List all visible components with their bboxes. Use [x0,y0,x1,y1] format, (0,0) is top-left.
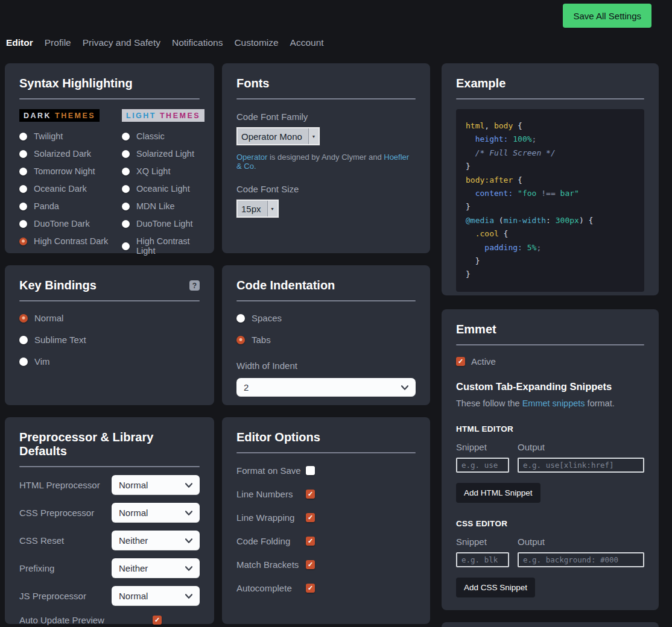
css-preprocessor-select[interactable]: Normal [112,503,200,523]
option-label: Tomorrow Night [34,166,95,176]
key-binding-radio-sublime-text[interactable] [19,336,28,344]
dark-theme-radio-tomorrow-night[interactable] [19,168,27,175]
key-binding-option-sublime-text[interactable]: Sublime Text [19,335,200,345]
html-editor-snippet-input[interactable] [456,458,509,473]
prefixing-select[interactable]: Neither [112,558,200,578]
html-preprocessor-select[interactable]: Normal [112,475,200,495]
light-theme-radio-solarized-light[interactable] [122,150,130,158]
tab-customize[interactable]: Customize [234,37,278,48]
light-theme-option-classic[interactable]: Classic [122,131,204,141]
key-binding-radio-normal[interactable] [19,314,28,323]
add-html-snippet-button[interactable]: Add HTML Snippet [456,483,540,503]
output-label: Output [518,537,545,547]
column-3: Example html, body { height: 100%; /* Fu… [442,63,659,627]
dark-theme-radio-twilight[interactable] [19,133,27,140]
dark-theme-option-twilight[interactable]: Twilight [19,131,118,141]
option-label: Twilight [34,131,63,141]
tab-account[interactable]: Account [290,37,324,48]
dark-theme-option-panda[interactable]: Panda [19,201,118,211]
dark-theme-radio-high-contrast-dark[interactable] [19,238,27,245]
js-preprocessor-select[interactable]: Normal [112,586,200,606]
option-label: Tabs [252,335,271,345]
dark-theme-radio-panda[interactable] [19,203,27,210]
light-theme-option-mdn-like[interactable]: MDN Like [122,201,204,211]
snippet-inputs-row [456,458,644,473]
indentation-radio-tabs[interactable] [236,336,245,344]
dark-theme-radio-oceanic-dark[interactable] [19,185,27,193]
light-theme-radio-xq-light[interactable] [122,168,130,175]
dark-theme-option-duotone-dark[interactable]: DuoTone Dark [19,219,118,228]
css-reset-select[interactable]: Neither [112,531,200,550]
code-line: body:after { [466,174,635,187]
autocomplete-checkbox[interactable] [306,584,315,593]
prefixing-label: Prefixing [19,563,54,573]
divider [236,452,416,453]
match-brackets-checkbox[interactable] [306,560,315,569]
editor-options-panel: Editor Options Format on SaveLine Number… [222,417,430,624]
auto-update-preview-row: Auto Update Preview [19,615,200,625]
operator-link[interactable]: Operator [236,153,267,162]
light-theme-option-solarized-light[interactable]: Solarized Light [122,149,204,159]
light-theme-radio-duotone-light[interactable] [122,220,130,228]
dropdown-arrow-icon [267,201,277,216]
emmet-active-checkbox[interactable] [456,357,465,366]
code-font-size-select[interactable]: 15px [236,200,279,218]
auto-update-preview-checkbox[interactable] [153,616,162,625]
dark-theme-option-solarized-dark[interactable]: Solarized Dark [19,149,118,159]
format-on-save-checkbox[interactable] [306,466,315,475]
editor-options-list: Format on SaveLine NumbersLine WrappingC… [236,465,416,593]
divider [456,344,644,345]
code-font-family-select[interactable]: Operator Mono [236,127,320,145]
tab-profile[interactable]: Profile [45,37,71,48]
divider [236,300,416,301]
line-numbers-checkbox[interactable] [306,490,315,499]
tab-notifications[interactable]: Notifications [172,37,223,48]
light-theme-radio-classic[interactable] [122,133,130,140]
dark-theme-radio-duotone-dark[interactable] [19,220,27,228]
width-of-indent-value: 2 [244,382,249,392]
indentation-option-tabs[interactable]: Tabs [236,335,416,345]
option-label: Sublime Text [34,335,86,345]
emmet-snippets-link[interactable]: Emmet snippets [522,399,585,408]
output-label: Output [518,442,545,452]
code-example: html, body { height: 100%; /* Full Scree… [456,109,644,292]
css-editor-snippet-input[interactable] [456,552,509,567]
code-folding-checkbox[interactable] [306,537,315,546]
dark-theme-option-high-contrast-dark[interactable]: High Contrast Dark [19,236,118,246]
save-all-settings-button[interactable]: Save All Settings [563,4,651,28]
css-preprocessor-label: CSS Preprocessor [19,508,94,518]
tab-editor[interactable]: Editor [6,37,33,48]
indentation-radio-spaces[interactable] [236,314,245,323]
divider [19,300,200,301]
key-binding-option-normal[interactable]: Normal [19,313,200,323]
dark-theme-option-tomorrow-night[interactable]: Tomorrow Night [19,166,118,176]
option-label: High Contrast Light [136,236,204,256]
editor-option-code-folding: Code Folding [236,536,416,546]
code-line: content: "foo !== bar" [466,187,635,200]
help-icon[interactable]: ? [189,280,200,291]
dark-theme-option-oceanic-dark[interactable]: Oceanic Dark [19,184,118,194]
add-css-snippet-button[interactable]: Add CSS Snippet [456,578,535,597]
html-editor-output-input[interactable] [518,458,644,473]
light-theme-option-oceanic-light[interactable]: Oceanic Light [122,184,204,194]
divider [456,98,644,99]
width-of-indent-select[interactable]: 2 [236,378,416,397]
line-wrapping-checkbox[interactable] [306,513,315,522]
html-preprocessor-label: HTML Preprocessor [19,480,100,490]
tab-privacy-and-safety[interactable]: Privacy and Safety [83,37,160,48]
css-editor-output-input[interactable] [518,552,644,567]
light-theme-radio-oceanic-light[interactable] [122,185,130,193]
key-binding-option-vim[interactable]: Vim [19,356,200,367]
preprocessor-rows: HTML PreprocessorNormalCSS PreprocessorN… [19,475,200,606]
light-theme-option-xq-light[interactable]: XQ Light [122,166,204,176]
light-theme-radio-high-contrast-light[interactable] [122,242,130,250]
key-binding-radio-vim[interactable] [19,358,28,366]
snippet-output-labels: SnippetOutput [456,537,644,547]
light-theme-option-duotone-light[interactable]: DuoTone Light [122,219,204,228]
light-theme-option-high-contrast-light[interactable]: High Contrast Light [122,236,204,256]
dark-theme-radio-solarized-dark[interactable] [19,150,27,158]
light-theme-radio-mdn-like[interactable] [122,203,130,210]
option-label: Spaces [252,313,282,323]
indentation-option-spaces[interactable]: Spaces [236,313,416,323]
option-label: Line Numbers [236,489,306,499]
